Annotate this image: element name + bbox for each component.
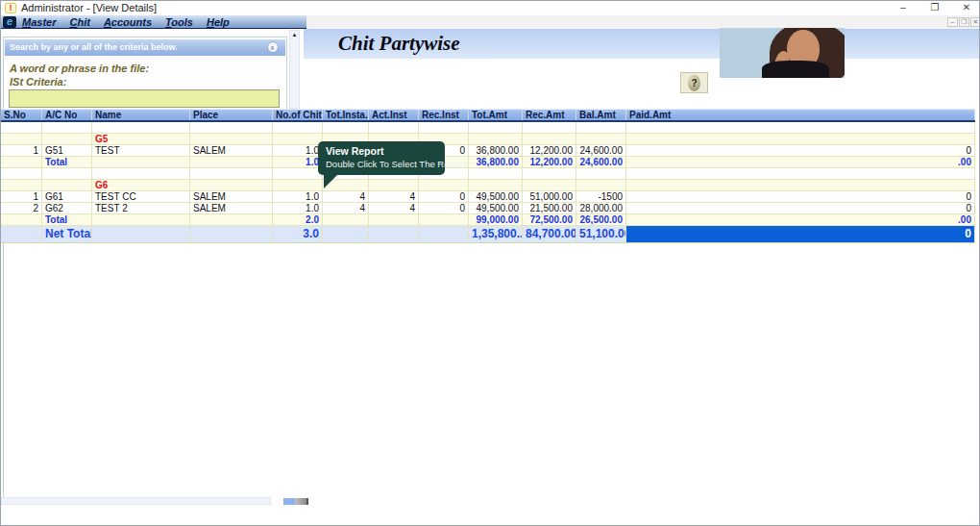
cell-sno: [1, 214, 42, 225]
cell-balamt: 26,500.00: [576, 214, 626, 225]
cell-paidamt: 0: [626, 191, 975, 202]
scrollbar-thumb-blue: [283, 498, 295, 505]
table-row[interactable]: Net Total 3.0 1,35,800.... 84,700.00 51,…: [1, 226, 975, 243]
cell-name: [92, 168, 190, 179]
help-button[interactable]: ?: [680, 72, 708, 93]
menu-item-tools[interactable]: Tools: [165, 16, 193, 28]
window-title: Administrator - [View Details]: [21, 2, 157, 13]
menu-item-chit[interactable]: Chit: [69, 16, 89, 28]
cell-totamt: [469, 168, 523, 179]
cell-recamt: [523, 180, 576, 190]
cell-paidamt: [626, 180, 975, 190]
cell-recamt: 21,500.00: [523, 203, 576, 213]
cell-sno: [1, 226, 42, 242]
cell-name: [92, 122, 190, 133]
cell-sno: [1, 180, 42, 190]
table-row[interactable]: Total 1.0 36,800.00 12,200.00 24,600.00 …: [1, 157, 975, 168]
cell-place: [190, 157, 273, 167]
search-panel-header[interactable]: Search by any or all of the criteria bel…: [5, 39, 285, 56]
cell-actinst: 4: [369, 191, 419, 202]
table-row[interactable]: Total 2.0 99,000.00 72,500.00 26,500.00 …: [1, 214, 975, 226]
menu-item-help[interactable]: Help: [207, 16, 230, 28]
cell-sno: [1, 122, 42, 133]
cell-totamt: 49,500.00: [469, 203, 523, 213]
cell-recamt: 51,000.00: [523, 191, 576, 202]
cell-totamt: 36,800.00: [469, 145, 523, 156]
table-row[interactable]: 1 G51 TEST SALEM 1.0 0 36,800.00 12,200.…: [1, 145, 975, 157]
cell-totamt: 1,35,800....: [469, 226, 523, 242]
search-panel: Search by any or all of the criteria bel…: [3, 37, 287, 109]
grid-header-row: S.No A/C No Name Place No.of Chits Tot.I…: [1, 109, 975, 122]
first-criteria-label: ISt Criteria:: [10, 76, 66, 88]
cell-actinst: [369, 180, 419, 190]
cell-chits: 1.0: [273, 203, 323, 213]
column-header-place[interactable]: Place: [190, 110, 273, 120]
page-title: Chit Partywise: [338, 32, 460, 56]
table-row[interactable]: 1 G61 TEST CC SALEM 1.0 4 4 0 49,500.00 …: [1, 191, 975, 203]
collapse-chevron-icon[interactable]: «: [267, 41, 279, 53]
cell-name: [92, 157, 190, 167]
table-row[interactable]: [1, 122, 975, 134]
column-header-name[interactable]: Name: [92, 110, 190, 120]
maximize-button[interactable]: ❐: [921, 1, 948, 14]
cell-totamt: 99,000.00: [469, 214, 523, 225]
horizontal-scrollbar-track[interactable]: [1, 497, 271, 505]
table-row[interactable]: 2 G62 TEST 2 SALEM 1.0 4 4 0 49,500.00 2…: [1, 203, 975, 214]
cell-chits: 2.0: [273, 214, 323, 225]
title-bar: ! Administrator - [View Details] – ❐ ✕: [1, 1, 979, 15]
column-header-recamt[interactable]: Rec.Amt: [523, 110, 576, 120]
cell-recinst: 0: [419, 191, 469, 202]
cell-name: [92, 214, 190, 225]
cell-acno: [42, 168, 92, 179]
cell-name: G6: [92, 180, 190, 190]
cell-recinst: [419, 180, 469, 190]
menu-item-accounts[interactable]: Accounts: [104, 16, 152, 28]
cell-recamt: 84,700.00: [523, 226, 576, 242]
cell-balamt: [576, 168, 626, 179]
mdi-minimize-button[interactable]: –: [947, 17, 958, 27]
menu-item-master[interactable]: Master: [22, 16, 56, 28]
horizontal-scrollbar-thumb[interactable]: [283, 498, 308, 505]
criteria-input[interactable]: [9, 89, 280, 108]
column-header-balamt[interactable]: Bal.Amt: [576, 110, 626, 120]
column-header-actinst[interactable]: Act.Inst: [369, 110, 419, 120]
column-header-sno[interactable]: S.No: [1, 110, 42, 120]
app-window: ! Administrator - [View Details] – ❐ ✕ e…: [0, 0, 980, 526]
cell-acno: [42, 122, 92, 133]
cell-balamt: [576, 122, 626, 133]
cell-recinst: 0: [419, 203, 469, 213]
mdi-restore-button[interactable]: ❐: [959, 17, 969, 27]
cell-actinst: 4: [369, 203, 419, 213]
cell-totamt: 36,800.00: [469, 157, 523, 167]
column-header-totamt[interactable]: Tot.Amt: [469, 110, 523, 120]
table-row[interactable]: G5: [1, 134, 975, 145]
mdi-close-button[interactable]: ✕: [970, 17, 980, 27]
cell-totamt: [469, 134, 523, 144]
app-logo-icon: e: [3, 16, 16, 28]
cell-sno: 1: [1, 145, 42, 156]
cell-place: [190, 214, 273, 225]
cell-acno: [42, 180, 92, 190]
cell-place: [190, 122, 273, 133]
scrollbar-thumb-gray: [295, 498, 308, 505]
column-header-recinst[interactable]: Rec.Inst: [419, 110, 469, 120]
table-row[interactable]: G6: [1, 180, 975, 191]
table-row[interactable]: [1, 168, 975, 180]
cell-totinsta: [323, 226, 369, 242]
cell-totamt: [469, 180, 523, 190]
cell-chits: [273, 122, 323, 133]
cell-place: SALEM: [190, 145, 273, 156]
cell-acno: G61: [42, 191, 92, 202]
cell-paidamt: 0: [626, 203, 975, 213]
column-header-chits[interactable]: No.of Chits: [273, 110, 323, 120]
column-header-totinsta[interactable]: Tot.Insta...: [323, 110, 369, 120]
vertical-scrollbar[interactable]: ▲: [289, 30, 300, 109]
column-header-acno[interactable]: A/C No: [42, 110, 92, 120]
cell-recamt: [523, 168, 576, 179]
cell-sno: 2: [1, 203, 42, 213]
scroll-up-icon[interactable]: ▲: [290, 31, 299, 39]
close-button[interactable]: ✕: [953, 1, 980, 14]
column-header-paidamt[interactable]: Paid.Amt: [626, 110, 975, 120]
minimize-button[interactable]: –: [890, 1, 917, 14]
panel-left-border: [3, 243, 4, 499]
